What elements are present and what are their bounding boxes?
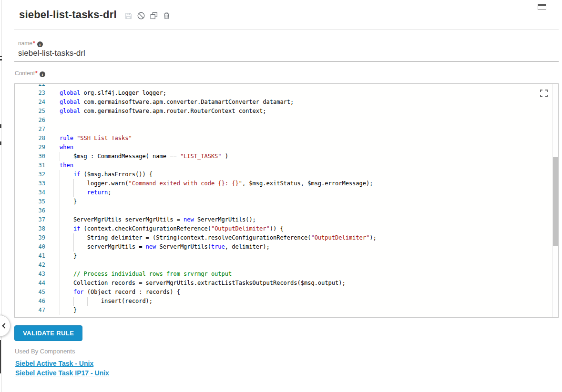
code-row[interactable]: 39 String delimiter = (String)context.re… <box>15 233 558 242</box>
indent-guide <box>60 306 60 315</box>
code-line-text: Collection records = serverMgrUtils.extr… <box>60 279 346 288</box>
code-row[interactable]: 25global com.germainsoftware.apm.router.… <box>15 107 558 116</box>
indent-guide <box>73 188 74 197</box>
indent-guide <box>73 233 74 242</box>
code-row[interactable]: 47 } <box>15 306 558 315</box>
code-line-text: String delimiter = (String)context.resol… <box>60 233 377 242</box>
component-link[interactable]: Siebel Active Task - Unix <box>15 360 559 367</box>
validate-rule-button[interactable]: VALIDATE RULE <box>14 325 82 341</box>
code-line-text: rule "SSH List Tasks" <box>60 134 132 143</box>
edge-artifact <box>0 56 2 57</box>
indent-guide <box>60 224 60 233</box>
code-line-text: serverMgrUtils = new ServerMgrUtils(true… <box>60 242 270 251</box>
copy-icon[interactable] <box>150 11 158 20</box>
code-row[interactable]: 43 // Process individual rows from srvrm… <box>15 270 558 279</box>
line-number: 28 <box>15 134 45 143</box>
code-row[interactable]: 41 } <box>15 251 558 261</box>
name-input-underline <box>14 61 559 62</box>
used-by-links: Siebel Active Task - Unix Siebel Active … <box>14 360 559 377</box>
edge-artifact <box>0 340 1 373</box>
ban-icon[interactable] <box>137 11 145 20</box>
code-row[interactable]: 46 insert(record); <box>15 297 558 306</box>
code-content: 2223global org.slf4j.Logger logger;24glo… <box>15 83 558 318</box>
line-number: 44 <box>15 279 45 288</box>
component-link[interactable]: Siebel Active Task IP17 - Unix <box>15 369 559 377</box>
trash-icon[interactable] <box>163 11 171 20</box>
code-line-text: then <box>60 161 73 170</box>
code-line-text: return; <box>60 188 111 197</box>
indent-guide <box>60 261 60 270</box>
line-number: 36 <box>15 206 45 215</box>
line-number: 45 <box>15 288 45 297</box>
code-line-text: global com.germainsoftware.apm.router.Ro… <box>60 107 266 116</box>
line-number: 41 <box>15 251 45 261</box>
name-field-block: name*i siebel-list-tasks-drl <box>14 40 559 58</box>
code-line-text: ServerMgrUtils serverMgrUtils = new Serv… <box>60 215 256 224</box>
scrollbar-thumb[interactable] <box>553 157 558 246</box>
indent-guide <box>60 206 60 215</box>
line-number: 22 <box>15 83 45 89</box>
line-number: 29 <box>15 143 45 152</box>
title-toolbar <box>124 11 171 20</box>
code-row[interactable]: 32 if ($msg.hasErrors()) { <box>15 170 558 179</box>
indent-guide <box>60 188 60 197</box>
line-number: 48 <box>15 315 45 318</box>
line-number: 39 <box>15 233 45 242</box>
line-number: 47 <box>15 306 45 315</box>
line-number: 43 <box>15 270 45 279</box>
code-row[interactable]: 33 logger.warn("Command exited with code… <box>15 179 558 188</box>
code-row[interactable]: 31then <box>15 161 558 170</box>
line-number: 25 <box>15 107 45 116</box>
code-line-text: } <box>60 306 77 315</box>
code-row[interactable]: 38 if (context.checkConfigurationReferen… <box>15 224 558 233</box>
indent-guide <box>60 242 60 251</box>
code-row[interactable]: 48 <box>15 315 558 318</box>
code-line-text: if ($msg.hasErrors()) { <box>60 170 153 179</box>
code-row[interactable]: 36 <box>15 206 558 215</box>
info-icon[interactable]: i <box>40 71 45 77</box>
chevron-left-icon <box>2 323 7 328</box>
expand-icon[interactable] <box>540 90 548 97</box>
code-row[interactable]: 22 <box>15 83 558 89</box>
code-row[interactable]: 34 return; <box>15 188 558 197</box>
indent-guide <box>60 179 60 188</box>
indent-guide <box>60 270 60 279</box>
code-editor[interactable]: 2223global org.slf4j.Logger logger;24glo… <box>14 83 559 318</box>
line-number: 23 <box>15 89 45 98</box>
line-number: 24 <box>15 98 45 107</box>
info-icon[interactable]: i <box>37 41 43 47</box>
line-number: 27 <box>15 125 45 134</box>
indent-guide <box>73 179 74 188</box>
name-input[interactable]: siebel-list-tasks-drl <box>18 49 559 58</box>
code-row[interactable]: 45 for (Object record : records) { <box>15 288 558 297</box>
required-asterisk: * <box>35 70 38 77</box>
code-row[interactable]: 24global com.germainsoftware.apm.convert… <box>15 98 558 107</box>
indent-guide <box>60 288 60 297</box>
code-line-text: global com.germainsoftware.apm.converter… <box>60 98 294 107</box>
code-line-text: if (context.checkConfigurationReference(… <box>60 224 284 233</box>
edge-artifact <box>0 141 1 145</box>
line-number: 35 <box>15 197 45 206</box>
code-line-text: } <box>60 197 77 206</box>
save-icon[interactable] <box>124 12 133 20</box>
code-row[interactable]: 26 <box>15 116 558 125</box>
editor-scrollbar[interactable] <box>552 84 558 317</box>
rule-detail-panel: siebel-list-tasks-drl name*i siebel-list… <box>14 0 559 379</box>
indent-guide <box>60 170 60 179</box>
code-row[interactable]: 27 <box>15 125 558 134</box>
code-row[interactable]: 28rule "SSH List Tasks" <box>15 134 558 143</box>
indent-guide <box>60 233 60 242</box>
code-row[interactable]: 37 ServerMgrUtils serverMgrUtils = new S… <box>15 215 558 224</box>
code-row[interactable]: 29when <box>15 143 558 152</box>
code-row[interactable]: 30 $msg : CommandMessage( name == "LIST_… <box>15 152 558 161</box>
line-number: 30 <box>15 152 45 161</box>
code-line-text: for (Object record : records) { <box>60 288 180 297</box>
indent-guide <box>60 251 60 261</box>
code-row[interactable]: 35 } <box>15 197 558 206</box>
line-number: 32 <box>15 170 45 179</box>
code-row[interactable]: 23global org.slf4j.Logger logger; <box>15 89 558 98</box>
collapse-panel-button[interactable] <box>0 315 10 337</box>
code-row[interactable]: 44 Collection records = serverMgrUtils.e… <box>15 279 558 288</box>
code-row[interactable]: 40 serverMgrUtils = new ServerMgrUtils(t… <box>15 242 558 251</box>
code-row[interactable]: 42 <box>15 261 558 270</box>
